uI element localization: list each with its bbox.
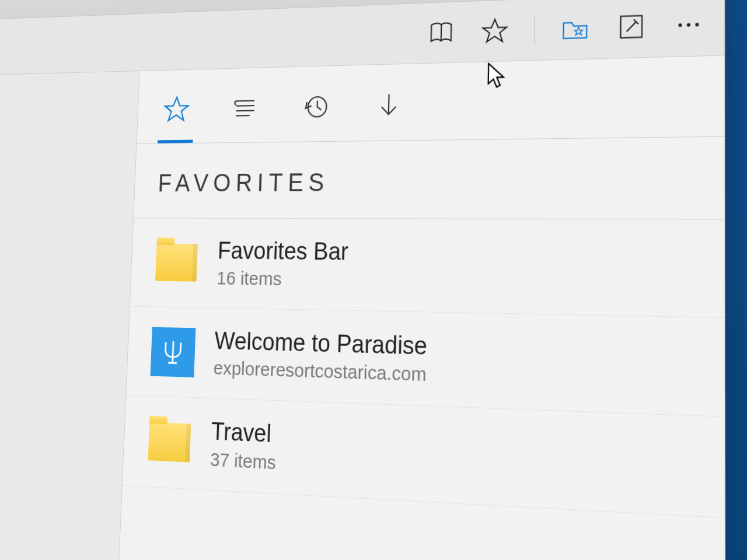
hub-tabs: [137, 55, 724, 144]
hub-folder-star-icon: [561, 13, 589, 43]
more-button[interactable]: [673, 8, 704, 41]
download-arrow-icon: [374, 90, 403, 121]
ellipsis-icon: [674, 9, 703, 39]
svg-point-8: [678, 23, 682, 26]
folder-icon: [155, 244, 198, 282]
item-subtitle: 37 items: [210, 449, 277, 474]
tab-downloads[interactable]: [369, 74, 409, 141]
tab-reading-list[interactable]: [226, 77, 264, 142]
svg-line-4: [441, 24, 442, 41]
reading-list-icon: [231, 93, 259, 124]
toolbar-separator: [534, 14, 535, 45]
item-subtitle: exploreresortcostarica.com: [213, 357, 427, 386]
web-note-button[interactable]: [616, 10, 647, 43]
hub-panel: FAVORITES Favorites Bar 16 items: [117, 55, 725, 560]
favorites-list: Favorites Bar 16 items: [117, 219, 725, 560]
site-favicon: [151, 327, 196, 377]
browser-window: FAVORITES Favorites Bar 16 items: [0, 0, 725, 560]
svg-line-14: [173, 341, 173, 362]
tab-history[interactable]: [296, 75, 336, 141]
reading-view-button[interactable]: [427, 17, 456, 48]
list-item[interactable]: Favorites Bar 16 items: [130, 219, 725, 318]
folder-icon: [148, 422, 191, 463]
svg-point-10: [695, 22, 699, 26]
trident-icon: [159, 337, 186, 367]
book-icon: [428, 18, 455, 47]
svg-marker-5: [483, 19, 507, 41]
star-outline-icon: [163, 94, 190, 124]
item-title: Welcome to Paradise: [214, 327, 428, 361]
hub-button[interactable]: [560, 12, 591, 44]
history-icon: [302, 92, 330, 122]
star-icon: [481, 16, 508, 46]
item-title: Travel: [211, 418, 277, 449]
item-title: Favorites Bar: [217, 237, 348, 266]
svg-marker-11: [165, 97, 189, 121]
svg-line-13: [389, 94, 389, 113]
list-item[interactable]: Travel 37 items: [123, 396, 725, 518]
tab-favorites[interactable]: [158, 79, 195, 143]
svg-marker-6: [574, 27, 582, 35]
add-favorite-button[interactable]: [480, 15, 509, 47]
page-content-strip: [0, 71, 139, 560]
svg-point-9: [687, 23, 690, 26]
note-pencil-icon: [617, 12, 645, 41]
hub-title: FAVORITES: [134, 137, 724, 220]
item-subtitle: 16 items: [217, 267, 348, 290]
